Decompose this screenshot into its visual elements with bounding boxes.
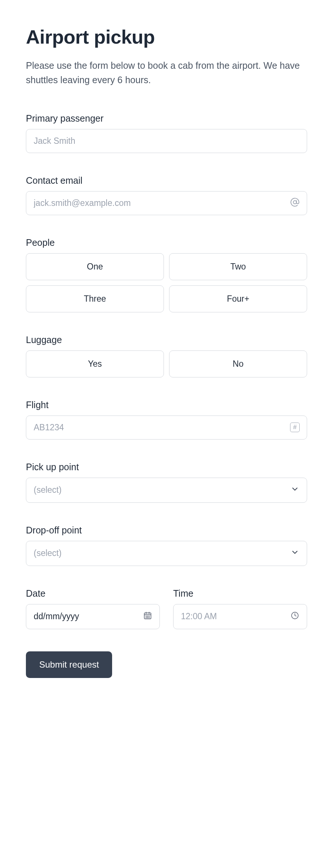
svg-point-10: [149, 617, 149, 617]
pickup-select[interactable]: (select): [26, 478, 307, 503]
primary-passenger-label: Primary passenger: [26, 113, 307, 124]
pickup-select-value: (select): [34, 485, 61, 495]
svg-point-7: [149, 616, 149, 616]
clock-icon: [290, 611, 299, 622]
date-time-row: Date dd/mm/yyyy Time: [26, 588, 307, 629]
svg-point-8: [146, 617, 146, 617]
flight-group: Flight #: [26, 400, 307, 440]
page-title: Airport pickup: [26, 26, 307, 48]
date-label: Date: [26, 588, 160, 599]
calendar-icon: [143, 611, 152, 622]
primary-passenger-input[interactable]: [26, 129, 307, 153]
flight-label: Flight: [26, 400, 307, 410]
dropoff-select[interactable]: (select): [26, 541, 307, 566]
chevron-down-icon: [290, 485, 299, 496]
luggage-option-yes[interactable]: Yes: [26, 350, 164, 377]
dropoff-select-value: (select): [34, 548, 61, 558]
luggage-option-no[interactable]: No: [169, 350, 307, 377]
dropoff-label: Drop-off point: [26, 525, 307, 536]
chevron-down-icon: [290, 548, 299, 559]
submit-button[interactable]: Submit request: [26, 651, 112, 678]
contact-email-label: Contact email: [26, 175, 307, 186]
svg-point-9: [147, 617, 148, 617]
date-group: Date dd/mm/yyyy: [26, 588, 160, 629]
people-option-three[interactable]: Three: [26, 285, 164, 312]
svg-point-5: [146, 616, 146, 616]
people-group: People One Two Three Four+: [26, 237, 307, 312]
page-description: Please use the form below to book a cab …: [26, 58, 307, 87]
people-option-one[interactable]: One: [26, 253, 164, 280]
time-group: Time 12:00 AM: [173, 588, 307, 629]
people-option-two[interactable]: Two: [169, 253, 307, 280]
people-option-four-plus[interactable]: Four+: [169, 285, 307, 312]
date-value: dd/mm/yyyy: [34, 611, 79, 621]
primary-passenger-group: Primary passenger: [26, 113, 307, 153]
date-input[interactable]: dd/mm/yyyy: [26, 604, 160, 629]
time-label: Time: [173, 588, 307, 599]
time-value: 12:00 AM: [181, 611, 217, 621]
contact-email-group: Contact email: [26, 175, 307, 215]
luggage-label: Luggage: [26, 335, 307, 345]
svg-point-6: [147, 616, 148, 616]
pickup-group: Pick up point (select): [26, 462, 307, 503]
dropoff-group: Drop-off point (select): [26, 525, 307, 566]
people-label: People: [26, 237, 307, 248]
pickup-label: Pick up point: [26, 462, 307, 472]
contact-email-input[interactable]: [26, 191, 307, 215]
luggage-group: Luggage Yes No: [26, 335, 307, 377]
flight-input[interactable]: [26, 416, 307, 440]
time-input[interactable]: 12:00 AM: [173, 604, 307, 629]
